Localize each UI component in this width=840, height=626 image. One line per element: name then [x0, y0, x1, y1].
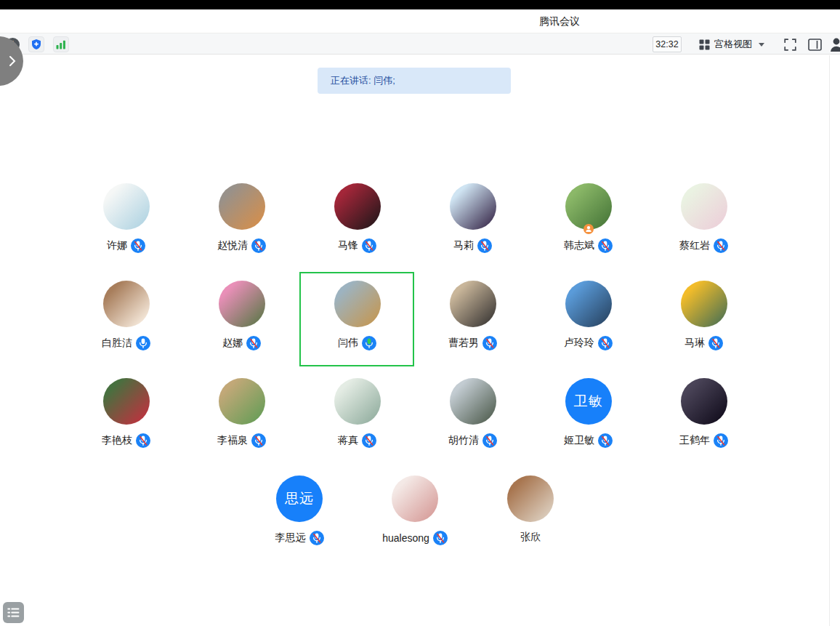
participant-name: 闫伟 [338, 337, 358, 350]
toolbar: i 32:32 宫格视图 [0, 33, 840, 55]
window-edge-divider [829, 55, 830, 626]
participant-tile[interactable]: 胡竹清 [415, 378, 530, 475]
agenda-list-icon [7, 607, 20, 618]
mic-status-icon [482, 336, 497, 350]
avatar [681, 378, 727, 425]
mic-status-icon [482, 433, 497, 448]
participant-tile[interactable]: 王鹤年 [646, 378, 762, 475]
participant-tile[interactable]: 赵悦清 [184, 183, 299, 281]
avatar [103, 281, 150, 327]
mic-status-icon [246, 336, 261, 350]
avatar [334, 378, 381, 425]
participant-grid: 许娜 赵悦清 [68, 183, 762, 573]
avatar [507, 475, 554, 522]
avatar [565, 281, 612, 327]
participant-name: 曹若男 [448, 337, 479, 350]
fullscreen-button[interactable] [782, 36, 798, 52]
avatar: 思远 [276, 475, 323, 522]
participant-name: 许娜 [107, 239, 127, 252]
mic-status-icon [477, 238, 492, 253]
participant-tile[interactable]: 赵娜 [184, 281, 299, 378]
security-shield-button[interactable] [28, 36, 44, 52]
participant-tile[interactable]: 蒋真 [299, 378, 415, 475]
view-mode-label: 宫格视图 [714, 38, 752, 51]
participant-name: 李艳枝 [102, 434, 132, 447]
mic-status-icon [310, 531, 324, 545]
participant-tile[interactable]: 韩志斌 [530, 183, 646, 281]
participant-name: 胡竹清 [448, 434, 479, 447]
fullscreen-corners-icon [784, 39, 796, 51]
participant-name: 卢玲玲 [564, 337, 594, 350]
participant-tile[interactable]: hualesong [358, 475, 473, 573]
avatar [681, 281, 727, 327]
titlebar: 腾讯会议 [0, 9, 840, 33]
participant-tile[interactable]: 李福泉 [184, 378, 299, 475]
participant-tile[interactable]: 马琳 [646, 281, 762, 378]
avatar [219, 281, 265, 327]
avatar: 卫敏 [565, 378, 612, 425]
participant-name: 蒋真 [338, 434, 358, 447]
grid-view-icon [699, 39, 710, 50]
mic-status-icon [598, 433, 613, 448]
participant-tile[interactable]: 卢玲玲 [530, 281, 646, 378]
participant-tile[interactable]: 许娜 [68, 183, 184, 281]
participant-name: hualesong [382, 532, 429, 544]
avatar [334, 183, 381, 230]
participant-name: 马锋 [338, 239, 358, 252]
participants-button[interactable] [830, 36, 840, 52]
agenda-list-button[interactable] [3, 602, 24, 623]
mic-status-icon [251, 433, 266, 448]
mic-status-icon [136, 433, 150, 448]
speaking-banner: 正在讲话: 闫伟; [318, 68, 511, 94]
participant-tile[interactable]: 马锋 [299, 183, 415, 281]
avatar [681, 183, 727, 230]
participant-name: 赵娜 [222, 337, 243, 350]
participant-name: 马莉 [453, 239, 474, 252]
participant-name: 蔡红岩 [679, 239, 710, 252]
avatar [219, 378, 265, 425]
participant-name: 赵悦清 [217, 239, 248, 252]
participant-tile[interactable]: 闫伟 [299, 281, 415, 378]
avatar [450, 378, 496, 425]
screen-top-strip [0, 0, 840, 9]
participant-tile[interactable]: 思远 李思远 [242, 475, 358, 573]
mic-status-icon [362, 433, 376, 448]
meeting-timer: 32:32 [653, 36, 682, 52]
avatar [103, 183, 150, 230]
participant-name: 李思远 [275, 531, 306, 545]
mic-status-icon [598, 238, 613, 253]
participant-tile[interactable]: 李艳枝 [68, 378, 184, 475]
participant-tile[interactable]: 马莉 [415, 183, 530, 281]
avatar [219, 183, 265, 230]
avatar [565, 183, 612, 230]
mic-status-icon [433, 531, 448, 545]
window-title: 腾讯会议 [539, 9, 580, 33]
mic-status-icon [251, 238, 266, 253]
participant-tile[interactable]: 曹若男 [415, 281, 530, 378]
participant-name: 马琳 [684, 337, 705, 350]
view-mode-dropdown[interactable]: 宫格视图 [696, 36, 767, 52]
avatar [450, 183, 496, 230]
participant-tile[interactable]: 白胜洁 [68, 281, 184, 378]
network-signal-button[interactable] [53, 36, 69, 52]
avatar [334, 281, 381, 327]
participant-name: 张欣 [520, 531, 541, 544]
participant-tile[interactable]: 张欣 [473, 475, 589, 573]
participant-name: 白胜洁 [102, 337, 132, 350]
mic-status-icon [362, 336, 376, 350]
participant-name: 李福泉 [217, 434, 248, 447]
avatar [103, 378, 150, 425]
shield-plus-icon [31, 39, 42, 50]
participant-name: 王鹤年 [679, 434, 710, 447]
side-panel-icon [808, 39, 822, 51]
participant-tile[interactable]: 蔡红岩 [646, 183, 762, 281]
side-panel-toggle-button[interactable] [807, 36, 823, 52]
mic-status-icon [708, 336, 723, 350]
chevron-right-icon [9, 55, 16, 67]
avatar [450, 281, 496, 327]
participant-tile[interactable]: 卫敏 姬卫敏 [530, 378, 646, 475]
mic-status-icon [362, 238, 376, 253]
host-badge-icon [583, 224, 594, 234]
chevron-down-icon [759, 43, 764, 47]
participant-name: 姬卫敏 [564, 434, 594, 447]
